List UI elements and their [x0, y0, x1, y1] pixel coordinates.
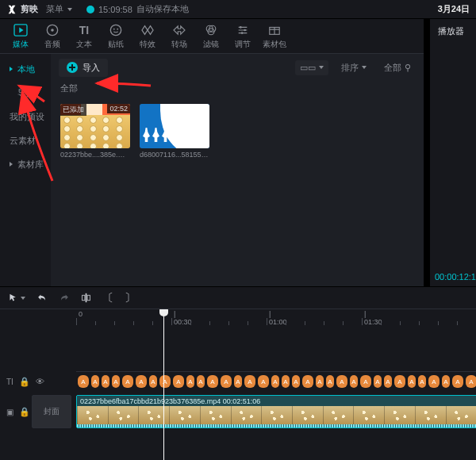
text-clip[interactable]: A [336, 375, 347, 388]
text-clip[interactable]: A [136, 375, 147, 388]
svg-point-9 [240, 26, 242, 29]
import-button[interactable]: 导入 [59, 59, 108, 77]
filter-dropdown[interactable]: 全部 ⚲ [379, 59, 416, 76]
text-clip[interactable]: A [302, 375, 313, 388]
media-thumb[interactable]: d68007116...58155.jpg [140, 104, 209, 159]
text-clip[interactable]: A [350, 375, 358, 388]
date-label: 3月24日 [438, 3, 470, 15]
sidebar-item[interactable]: 云素材 [0, 128, 51, 152]
text-clip[interactable]: A [316, 375, 324, 388]
text-clip[interactable]: A [394, 375, 405, 388]
sidebar-item[interactable]: 素材库 [0, 152, 51, 176]
playhead-handle[interactable] [163, 309, 164, 325]
pack-icon [268, 23, 281, 37]
text-clip[interactable]: A [271, 375, 279, 388]
text-clip[interactable]: A [112, 375, 120, 388]
text-clip[interactable]: A [292, 375, 300, 388]
thumb-title: 02237bbe....385e.mp4 [60, 151, 130, 159]
media-thumb[interactable]: 已添加02:5202237bbe....385e.mp4 [60, 104, 130, 159]
text-clip[interactable]: A [384, 375, 392, 388]
text-clip[interactable]: A [326, 375, 334, 388]
text-track-row: TI 🔒 👁 AAAAAAAAAAAAAAAAAAAAAAAAAAAAAAAAA… [0, 373, 476, 390]
video-clip[interactable]: 02237bbe6fba17cbbd21b923b376385e.mp4 00:… [76, 395, 476, 428]
media-panel: 导入 ▭▭ 排序 全部 ⚲ [51, 54, 424, 286]
text-clip[interactable]: A [207, 375, 218, 388]
text-clip[interactable]: A [149, 375, 157, 388]
text-clip[interactable]: A [428, 375, 440, 388]
text-clip[interactable]: A [186, 375, 194, 388]
text-clip[interactable]: A [173, 375, 184, 388]
sidebar-item-label: 本地 [17, 63, 35, 75]
text-clip[interactable]: A [234, 375, 242, 388]
timeline-tracks: TI 🔒 👁 AAAAAAAAAAAAAAAAAAAAAAAAAAAAAAAAA… [0, 325, 476, 460]
cover-slot[interactable]: 封面 [32, 395, 71, 428]
thumb-frame: 已添加02:52 [60, 104, 130, 148]
undo-button[interactable] [36, 293, 48, 303]
redo-button[interactable] [59, 293, 70, 303]
text-clip[interactable]: A [221, 375, 232, 388]
sidebar-item[interactable]: 导入 [0, 81, 51, 105]
audio-icon [46, 23, 59, 37]
mode-tab-text[interactable]: TI文本 [68, 21, 100, 52]
text-clip[interactable]: A [102, 375, 109, 388]
text-clip[interactable]: A [282, 375, 290, 388]
bracket-right-tool[interactable]: 〕 [125, 291, 136, 305]
text-track-body[interactable]: AAAAAAAAAAAAAAAAAAAAAAAAAAAAAAAAAAA [76, 373, 476, 390]
text-clip[interactable]: A [466, 375, 476, 388]
mode-tab-filter[interactable]: 滤镜 [195, 21, 227, 52]
mode-tab-transition[interactable]: 转场 [163, 21, 195, 52]
text-clip[interactable]: A [244, 375, 255, 388]
mode-tab-sticker[interactable]: 贴纸 [100, 21, 132, 52]
playhead[interactable] [163, 325, 164, 460]
video-track-body[interactable]: 封面 02237bbe6fba17cbbd21b923b376385e.mp4 … [76, 393, 476, 430]
text-clip[interactable]: A [159, 375, 171, 388]
lock-icon[interactable]: 🔒 [20, 407, 29, 416]
mode-tab-effect[interactable]: 特效 [132, 21, 163, 52]
top-row: 媒体音频TI文本贴纸特效转场滤镜调节素材包 本地导入我的预设云素材素材库 导入 … [0, 19, 476, 286]
effect-icon [140, 23, 155, 37]
split-tool[interactable] [81, 293, 91, 303]
chevron-down-icon [319, 66, 324, 69]
bracket-left-tool[interactable]: 〔 [102, 291, 113, 305]
text-clip[interactable]: A [360, 375, 371, 388]
mode-tab-pack[interactable]: 素材包 [259, 21, 290, 52]
svg-point-11 [241, 32, 244, 34]
video-track-row: ▣ 🔒 👁 封面 02237bbe6fba17cbbd21b923b376385… [0, 393, 476, 430]
side-nav: 本地导入我的预设云素材素材库 [0, 54, 51, 286]
menu-button[interactable]: 菜单 [46, 3, 72, 15]
chevron-right-icon [10, 162, 13, 167]
lock-icon[interactable]: 🔒 [20, 377, 29, 386]
plus-icon [67, 62, 78, 73]
sidebar-item[interactable]: 我的预设 [0, 105, 51, 128]
mode-tab-audio[interactable]: 音频 [36, 21, 68, 52]
mode-tab-media[interactable]: 媒体 [5, 21, 36, 52]
svg-point-4 [113, 28, 115, 29]
svg-rect-14 [83, 295, 85, 301]
view-mode-toggle[interactable]: ▭▭ [295, 60, 328, 75]
eye-icon[interactable]: 👁 [36, 377, 45, 386]
sidebar-item-label: 素材库 [17, 159, 44, 171]
workspace: 本地导入我的预设云素材素材库 导入 ▭▭ 排序 [0, 54, 424, 286]
pointer-tool[interactable] [8, 293, 25, 303]
text-clip[interactable]: A [442, 375, 450, 388]
player-pane: 播放器 00:00:12:18 [430, 19, 476, 286]
text-clip[interactable]: A [91, 375, 99, 388]
badge-duration: 02:52 [107, 104, 130, 113]
text-clip[interactable]: A [122, 375, 133, 388]
text-clip[interactable]: A [258, 375, 269, 388]
adjust-icon [236, 23, 249, 37]
sidebar-item[interactable]: 本地 [0, 57, 51, 81]
audio-waveform [77, 424, 476, 427]
text-clip[interactable]: A [374, 375, 382, 388]
text-clip[interactable]: A [78, 375, 89, 388]
timeline-ruler[interactable]: 0| 00:30| 01:00| 01:30 [0, 309, 476, 325]
text-icon: TI [79, 23, 89, 37]
mode-tab-adjust[interactable]: 调节 [227, 21, 259, 52]
text-clip[interactable]: A [408, 375, 416, 388]
mode-tab-label: 转场 [171, 39, 187, 50]
text-clip[interactable]: A [197, 375, 205, 388]
sort-dropdown[interactable]: 排序 [336, 59, 371, 76]
text-clip[interactable]: A [452, 375, 463, 388]
text-clip[interactable]: A [418, 375, 426, 388]
app-logo: 剪映 [6, 3, 38, 15]
